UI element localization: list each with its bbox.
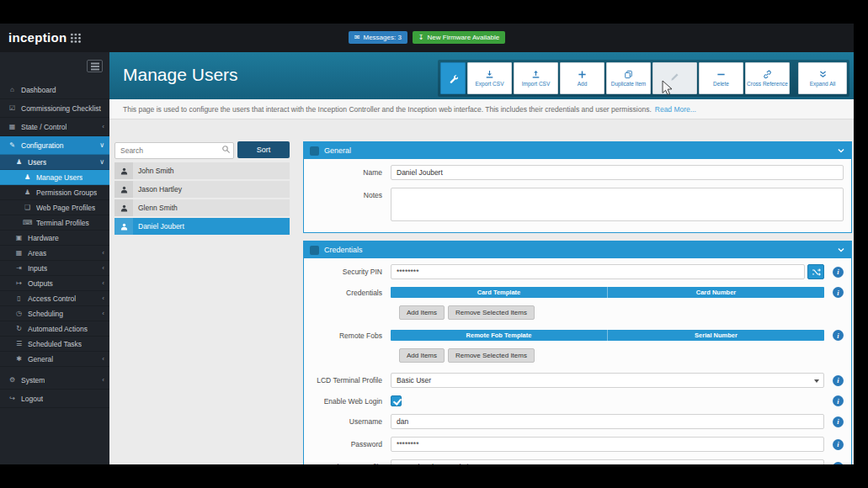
user-name: Daniel Joubert [133,222,184,231]
dropdown-arrow-icon [814,379,819,383]
messages-badge-label: Messages: 3 [363,34,401,41]
add-label: Add [578,82,588,88]
page-header: Manage Users Export CSV Import CSV Add [109,52,854,99]
add-button[interactable]: Add [560,62,604,94]
sidebar-item-automated-actions[interactable]: ↻Automated Actions [0,321,109,337]
hardware-icon: ▣ [14,234,24,241]
user-row-glenn-smith[interactable]: Glenn Smith [114,199,290,216]
page-title: Manage Users [123,65,238,85]
search-box [114,141,234,158]
generate-pin-button[interactable] [807,264,824,279]
import-csv-button[interactable]: Import CSV [514,62,558,94]
sidebar-item-label: System [21,376,45,385]
sidebar-item-label: Terminal Profiles [36,219,89,227]
name-row: Name [312,165,844,180]
sidebar-item-label: Areas [28,249,46,257]
sidebar-item-manage-users[interactable]: ♟Manage Users [0,170,109,185]
edit-button-disabled[interactable] [652,62,697,94]
person-icon [114,218,133,235]
add-items-button[interactable]: Add Items [399,305,445,320]
sort-button[interactable]: Sort [237,141,290,158]
sidebar-item-users[interactable]: ♟Users∨ [0,155,109,170]
sidebar-item-terminal-profiles[interactable]: ⌨Terminal Profiles [0,215,109,231]
sidebar-item-areas[interactable]: ▦Areas‹ [0,246,109,261]
remove-selected-items-button[interactable]: Remove Selected Items [448,305,535,320]
info-icon[interactable]: i [833,416,844,427]
sidebar-item-outputs[interactable]: ↦Outputs‹ [0,276,109,291]
username-input[interactable] [391,414,824,429]
delete-button[interactable]: Delete [699,62,743,94]
sidebar-item-access-control[interactable]: ▯Access Control‹ [0,291,109,306]
export-csv-button[interactable]: Export CSV [467,62,512,94]
delete-label: Delete [713,82,729,88]
enable-web-login-checkbox[interactable] [391,395,402,406]
remove-selected-items-button[interactable]: Remove Selected Items [448,348,535,363]
logout-icon: ↪ [8,395,17,402]
import-icon [531,70,541,79]
remote-fob-template-column-header: Remote Fob Template [391,330,607,341]
page-description: This page is used to configure the users… [109,99,854,119]
envelope-icon: ✉ [354,34,360,41]
info-icon[interactable]: i [833,287,844,298]
chevron-left-icon: ‹ [102,310,104,317]
sidebar-item-scheduled-tasks[interactable]: ☰Scheduled Tasks [0,337,109,352]
info-icon[interactable]: i [833,439,844,450]
lcd-terminal-profile-select[interactable]: Basic User [391,373,824,388]
menu-toggle-button[interactable] [87,60,103,72]
info-icon[interactable]: i [833,395,844,406]
name-input[interactable] [391,165,844,180]
info-icon[interactable]: i [833,267,844,278]
permission-groups-icon: ♟ [23,188,32,196]
user-row-john-smith[interactable]: John Smith [114,162,290,179]
duplicate-item-button[interactable]: Duplicate Item [606,62,651,94]
user-row-jason-hartley[interactable]: Jason Hartley [114,181,290,198]
add-items-button[interactable]: Add Items [399,348,445,363]
inputs-icon: ⇥ [14,264,24,272]
security-pin-input[interactable] [391,264,805,279]
user-row-daniel-joubert-selected[interactable]: Daniel Joubert [114,218,290,235]
password-row: Password i [312,437,844,452]
cross-reference-button[interactable]: Cross Reference [745,62,790,94]
password-input[interactable] [391,437,824,452]
search-input[interactable] [114,142,234,159]
web-page-profiles-icon: ❏ [23,204,32,211]
notes-textarea[interactable] [391,188,844,221]
sidebar-item-general[interactable]: ✱General‹ [0,352,109,367]
chevron-left-icon: ‹ [102,249,104,257]
enable-web-login-label: Enable Web Login [312,397,391,406]
shuffle-icon [812,268,821,277]
chevron-left-icon: ‹ [102,123,104,130]
sidebar-item-commissioning-checklist[interactable]: ☑Commissioning Checklist [0,99,109,118]
sidebar-menu: ⌂Dashboard ☑Commissioning Checklist ▦Sta… [0,81,109,408]
sidebar-item-system[interactable]: ⚙System‹ [0,371,109,390]
sidebar-item-state-control[interactable]: ▦State / Control‹ [0,118,109,136]
info-icon[interactable]: i [833,375,844,386]
sidebar-item-logout[interactable]: ↪Logout [0,390,109,408]
messages-badge[interactable]: ✉ Messages: 3 [349,31,407,44]
credentials-section-header[interactable]: Credentials [304,241,851,258]
sidebar-item-inputs[interactable]: ⇥Inputs‹ [0,261,109,276]
info-icon[interactable]: i [833,330,844,341]
copy-icon [624,70,633,79]
tools-button[interactable] [440,62,466,94]
export-icon [485,70,494,79]
sidebar-item-hardware[interactable]: ▣Hardware [0,231,109,246]
sidebar-item-scheduling[interactable]: ◷Scheduling‹ [0,306,109,321]
wrench-icon [449,74,458,83]
sidebar-item-permission-groups[interactable]: ♟Permission Groups [0,185,109,200]
expand-all-button[interactable]: Expand All [798,62,847,94]
web-page-profile-select[interactable]: Control and User Admin [391,459,824,464]
remote-fobs-label: Remote Fobs [312,332,391,340]
state-control-icon: ▦ [8,123,17,130]
sidebar-item-label: Configuration [21,141,64,150]
general-section-header[interactable]: General [304,142,851,159]
sidebar-item-dashboard[interactable]: ⌂Dashboard [0,81,109,99]
lcd-terminal-profile-label: LCD Terminal Profile [312,376,391,385]
info-icon[interactable]: i [833,462,844,465]
firmware-badge[interactable]: ↧ New Firmware Available [413,31,505,44]
chevron-left-icon: ‹ [102,376,104,384]
read-more-link[interactable]: Read More... [655,105,696,114]
chevron-left-icon: ‹ [102,294,104,302]
sidebar-item-web-page-profiles[interactable]: ❏Web Page Profiles [0,200,109,215]
sidebar-item-configuration[interactable]: ✎Configuration∨ [0,136,109,155]
